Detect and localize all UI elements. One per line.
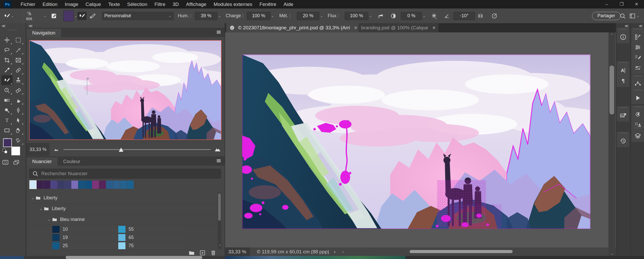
smudge-tool[interactable]	[13, 95, 24, 105]
history-brush-tool[interactable]	[1, 85, 13, 95]
swatch-group-liberty[interactable]: ⌄Liberty	[27, 203, 229, 214]
close-tab-icon[interactable]: ✕	[354, 25, 358, 31]
recent-swatch[interactable]	[99, 181, 106, 189]
recent-swatch[interactable]	[57, 181, 64, 189]
chevron-down-icon[interactable]: ⌄	[47, 217, 52, 221]
crop-tool[interactable]	[1, 55, 13, 65]
marquee-tool[interactable]	[13, 35, 24, 45]
vertical-scrollbar-thumb[interactable]	[609, 66, 614, 114]
quick-mask-icon[interactable]	[2, 159, 9, 166]
smoothing-field[interactable]: 0 % ⌄	[401, 8, 426, 23]
swatch-search-input[interactable]	[41, 171, 218, 177]
navigator-zoom-field[interactable]: 33,33 %	[27, 143, 49, 156]
panel-grip[interactable]	[634, 76, 642, 78]
share-button[interactable]: Partager	[592, 8, 621, 23]
zoom-in-icon[interactable]	[214, 146, 221, 153]
document-tab-active[interactable]: i © 20230718montagne_phr_print.psd @ 33,…	[226, 23, 360, 32]
vertical-scrollbar[interactable]: ⌃ ⌄	[608, 32, 615, 256]
move-tool[interactable]	[1, 35, 13, 45]
panel-button-assetinfo[interactable]: i	[617, 110, 629, 121]
tab-couleur[interactable]: Couleur	[57, 157, 86, 166]
type-tool[interactable]: T	[1, 115, 13, 125]
menu-filtre[interactable]: Filtre	[151, 1, 169, 8]
panel-button-history[interactable]	[617, 136, 629, 146]
tools-grip[interactable]	[8, 30, 16, 32]
horizontal-scrollbar-thumb[interactable]	[410, 250, 513, 253]
panel-grip[interactable]	[619, 29, 627, 31]
recent-swatch[interactable]	[106, 181, 113, 189]
swatch-scrollbar[interactable]	[218, 192, 221, 249]
tool-preset-picker[interactable]: ⌄	[4, 8, 14, 23]
dodge-tool[interactable]	[1, 105, 13, 115]
navigator-proxy-view[interactable]	[29, 40, 222, 140]
restore-button[interactable]: ❐	[614, 0, 629, 8]
chevron-down-icon[interactable]: ⌄	[44, 14, 46, 18]
recent-swatch[interactable]	[71, 181, 78, 189]
recent-swatch[interactable]	[85, 181, 92, 189]
swatch-scrollbar-thumb[interactable]	[218, 193, 221, 221]
panel-button-paragraph[interactable]: ¶	[617, 76, 629, 86]
eyedropper-tool[interactable]	[1, 65, 13, 75]
status-zoom-field[interactable]: 33,33 %	[225, 247, 250, 256]
scroll-down-icon[interactable]: ⌄	[218, 242, 221, 246]
mixer-brush-tool[interactable]	[1, 75, 13, 85]
recent-swatch[interactable]	[92, 181, 99, 189]
panel-button-info[interactable]	[617, 32, 629, 42]
panel-grip[interactable]	[634, 90, 642, 92]
recent-swatch[interactable]	[120, 181, 127, 189]
swap-colors-icon[interactable]	[14, 137, 21, 144]
sample-all-layers-button[interactable]	[491, 8, 498, 23]
frame-tool[interactable]	[13, 55, 24, 65]
panel-menu-icon[interactable]	[215, 29, 222, 35]
close-tab-icon[interactable]: ✕	[432, 25, 436, 31]
toggle-brush-panel-button[interactable]	[50, 8, 57, 23]
menu-edition[interactable]: Edition	[39, 1, 61, 8]
recent-swatch[interactable]	[37, 181, 43, 189]
zoom-out-icon[interactable]	[53, 146, 60, 153]
panel-button-toolpresets[interactable]	[631, 110, 644, 120]
mix-field[interactable]: 20 % ⌄	[297, 8, 323, 23]
smoothing-options-button[interactable]	[431, 8, 437, 23]
recent-swatch[interactable]	[64, 181, 71, 189]
menu-texte[interactable]: Texte	[105, 1, 123, 8]
symmetry-button[interactable]	[477, 8, 484, 23]
swatch-group-bleu-marine[interactable]: ⌄Bleu marine	[27, 214, 237, 225]
workspace-switcher[interactable]: ⌄	[629, 8, 639, 23]
panel-scrollbar-thumb[interactable]	[66, 256, 202, 259]
angle-field[interactable]: -10°	[453, 8, 475, 23]
swatch-entry-65[interactable]: 65	[117, 234, 184, 242]
hand-tool[interactable]	[13, 125, 24, 135]
panel-grip[interactable]	[634, 128, 642, 130]
magic-wand-tool[interactable]	[13, 45, 24, 55]
panel-button-brushsettings[interactable]	[631, 52, 644, 63]
load-brush-after-stroke-button[interactable]	[77, 8, 87, 23]
menu-fichier[interactable]: Fichier	[17, 1, 39, 8]
recent-swatch[interactable]	[113, 181, 120, 189]
horizontal-scrollbar[interactable]	[328, 249, 608, 254]
panel-button-character[interactable]: A	[617, 65, 629, 76]
panel-button-layers[interactable]	[631, 131, 644, 141]
menu-fen-tre[interactable]: Fenêtre	[256, 1, 280, 8]
wet-field[interactable]: 39 % ⌄	[195, 8, 221, 23]
mix-preset-select[interactable]: Personnalisé ⌄	[102, 8, 174, 23]
chevron-down-icon[interactable]: ⌄	[38, 207, 44, 211]
search-button[interactable]	[619, 8, 626, 23]
menu-3d[interactable]: 3D	[169, 1, 182, 8]
recent-swatch[interactable]	[44, 181, 50, 189]
swatch-group-liberty[interactable]: ⌄Liberty	[27, 192, 221, 203]
panel-grip[interactable]	[634, 106, 642, 109]
zoom-slider-thumb[interactable]	[119, 148, 123, 152]
delete-icon[interactable]	[210, 249, 217, 256]
brush-preset-picker[interactable]: 606	[26, 8, 32, 23]
new-swatch-icon[interactable]	[199, 249, 206, 256]
foreground-color-swatch[interactable]	[3, 138, 12, 147]
default-colors-icon[interactable]	[2, 148, 9, 155]
shape-tool[interactable]	[1, 125, 13, 135]
navigator-zoom-slider[interactable]	[63, 149, 211, 150]
swatch-entry-75[interactable]: 75	[117, 242, 184, 250]
panel-button-paths[interactable]	[631, 79, 644, 89]
background-color-swatch[interactable]	[11, 147, 20, 155]
menu-image[interactable]: Image	[61, 1, 82, 8]
swatch-entry-25[interactable]: 25	[52, 242, 117, 250]
tab-nuancier[interactable]: Nuancier	[27, 157, 57, 166]
